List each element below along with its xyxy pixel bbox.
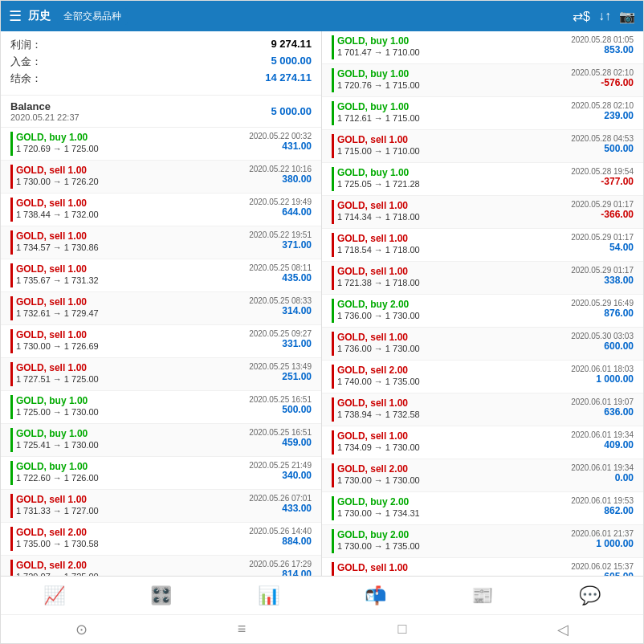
header-subtitle[interactable]: 全部交易品种 bbox=[57, 8, 128, 25]
menu-nav-icon[interactable]: ≡ bbox=[226, 621, 258, 638]
trade-price: 1 730.00 → 1 730.00 bbox=[337, 475, 571, 485]
trade-price: 1 701.47 → 1 710.00 bbox=[337, 47, 571, 57]
trade-symbol: GOLD, buy 1.00 bbox=[16, 428, 249, 439]
table-row[interactable]: GOLD, buy 1.001 725.41 → 1 730.002020.05… bbox=[1, 424, 321, 457]
table-row[interactable]: GOLD, sell 2.001 729.07 → 1 725.002020.0… bbox=[1, 556, 321, 576]
currency-sort-icon[interactable]: ⇄$ bbox=[573, 9, 590, 24]
trade-date: 2020.05.25 16:51 bbox=[249, 428, 312, 437]
chat-icon[interactable]: 💬 bbox=[573, 585, 605, 606]
table-row[interactable]: GOLD, buy 1.001 725.05 → 1 721.282020.05… bbox=[322, 163, 643, 196]
table-row[interactable]: GOLD, buy 1.001 701.47 → 1 710.002020.05… bbox=[322, 31, 643, 64]
table-row[interactable]: GOLD, sell 1.001 721.38 → 1 718.002020.0… bbox=[322, 262, 643, 295]
trade-date: 2020.05.28 01:05 bbox=[571, 35, 634, 44]
trade-symbol: GOLD, sell 1.00 bbox=[16, 296, 249, 308]
trade-date: 2020.06.02 15:37 bbox=[571, 562, 634, 571]
trade-price: 1 738.94 → 1 732.58 bbox=[337, 410, 571, 419]
trade-symbol: GOLD, sell 1.00 bbox=[337, 430, 571, 442]
table-row[interactable]: GOLD, sell 1.001 742.53 → 1 736.482020.0… bbox=[322, 558, 643, 576]
mail-icon[interactable]: 📬 bbox=[360, 585, 392, 606]
table-row[interactable]: GOLD, sell 1.001 718.54 → 1 718.002020.0… bbox=[322, 229, 643, 262]
trade-symbol: GOLD, sell 1.00 bbox=[337, 134, 571, 145]
right-trades-list[interactable]: GOLD, buy 1.001 701.47 → 1 710.002020.05… bbox=[322, 31, 643, 576]
trade-price: 1 736.00 → 1 730.00 bbox=[337, 344, 571, 353]
trade-symbol: GOLD, sell 1.00 bbox=[337, 397, 571, 409]
window-nav-icon[interactable]: □ bbox=[386, 621, 418, 638]
balance-total-label: 结余： bbox=[10, 71, 42, 86]
sort-icon[interactable]: ↓↑ bbox=[598, 9, 611, 23]
trade-symbol: GOLD, sell 1.00 bbox=[337, 332, 571, 343]
trade-profit: 814.00 bbox=[249, 569, 312, 576]
menu-icon[interactable]: ☰ bbox=[9, 7, 22, 25]
table-row[interactable]: GOLD, sell 1.001 734.09 → 1 730.002020.0… bbox=[322, 426, 643, 459]
table-row[interactable]: GOLD, buy 2.001 736.00 → 1 730.002020.05… bbox=[322, 295, 643, 328]
trade-date: 2020.05.25 13:49 bbox=[249, 362, 312, 371]
trade-profit: 433.00 bbox=[249, 503, 312, 514]
table-row[interactable]: GOLD, sell 1.001 727.51 → 1 725.002020.0… bbox=[1, 358, 321, 391]
table-row[interactable]: GOLD, buy 1.001 720.76 → 1 715.002020.05… bbox=[322, 64, 643, 97]
camera-icon[interactable]: 📷 bbox=[619, 9, 635, 24]
table-row[interactable]: GOLD, sell 1.001 738.44 → 1 732.002020.0… bbox=[1, 194, 321, 226]
table-row[interactable]: GOLD, sell 1.001 730.00 → 1 726.202020.0… bbox=[1, 161, 321, 194]
table-row[interactable]: GOLD, sell 1.001 734.57 → 1 730.862020.0… bbox=[1, 226, 321, 259]
deposit-label: 入金： bbox=[10, 55, 42, 69]
trade-date: 2020.05.25 08:33 bbox=[249, 296, 312, 305]
trade-symbol: GOLD, buy 1.00 bbox=[337, 101, 571, 112]
trade-date: 2020.05.28 02:10 bbox=[571, 68, 634, 77]
table-row[interactable]: GOLD, sell 1.001 715.00 → 1 710.002020.0… bbox=[322, 130, 643, 163]
bottom-toolbar: 📈 🎛️ 📊 📬 📰 💬 bbox=[1, 576, 643, 614]
table-row[interactable]: GOLD, buy 1.001 720.69 → 1 725.002020.05… bbox=[1, 128, 321, 161]
trade-date: 2020.05.29 16:49 bbox=[571, 299, 634, 308]
trade-price: 1 730.00 → 1 735.00 bbox=[337, 541, 571, 551]
chart-icon[interactable]: 📈 bbox=[39, 585, 71, 606]
table-row[interactable]: GOLD, sell 1.001 731.33 → 1 727.002020.0… bbox=[1, 490, 321, 523]
home-nav-icon[interactable]: ⊙ bbox=[65, 621, 97, 638]
back-nav-icon[interactable]: ◁ bbox=[547, 621, 579, 638]
trade-date: 2020.05.22 19:51 bbox=[249, 230, 312, 239]
table-row[interactable]: GOLD, buy 1.001 712.61 → 1 715.002020.05… bbox=[322, 97, 643, 130]
trade-price: 1 722.60 → 1 726.00 bbox=[16, 473, 249, 483]
trade-profit: 54.00 bbox=[571, 242, 634, 253]
trade-price: 1 714.34 → 1 718.00 bbox=[337, 212, 571, 222]
balance-date: 2020.05.21 22:37 bbox=[10, 112, 79, 122]
trade-symbol: GOLD, sell 1.00 bbox=[16, 230, 249, 242]
settings-icon[interactable]: 🎛️ bbox=[145, 585, 177, 606]
table-row[interactable]: GOLD, sell 2.001 730.00 → 1 730.002020.0… bbox=[322, 459, 643, 492]
table-row[interactable]: GOLD, sell 2.001 735.00 → 1 730.582020.0… bbox=[1, 523, 321, 556]
trade-price: 1 738.44 → 1 732.00 bbox=[16, 210, 249, 219]
left-trades-list[interactable]: GOLD, buy 1.001 720.69 → 1 725.002020.05… bbox=[1, 128, 321, 576]
analysis-icon[interactable]: 📊 bbox=[252, 585, 284, 606]
table-row[interactable]: GOLD, sell 1.001 732.61 → 1 729.472020.0… bbox=[1, 292, 321, 325]
trade-profit: 884.00 bbox=[249, 536, 312, 547]
trade-date: 2020.05.28 04:53 bbox=[571, 134, 634, 143]
trade-profit: -377.00 bbox=[571, 176, 634, 187]
table-row[interactable]: GOLD, sell 1.001 730.00 → 1 726.692020.0… bbox=[1, 325, 321, 358]
table-row[interactable]: GOLD, buy 1.001 725.00 → 1 730.002020.05… bbox=[1, 391, 321, 424]
table-row[interactable]: GOLD, sell 2.001 740.00 → 1 735.002020.0… bbox=[322, 361, 643, 393]
bottom-nav: ⊙ ≡ □ ◁ bbox=[1, 614, 643, 643]
table-row[interactable]: GOLD, sell 1.001 738.94 → 1 732.582020.0… bbox=[322, 393, 643, 426]
table-row[interactable]: GOLD, buy 1.001 722.60 → 1 726.002020.05… bbox=[1, 457, 321, 490]
table-row[interactable]: GOLD, buy 2.001 730.00 → 1 734.312020.06… bbox=[322, 492, 643, 525]
trade-symbol: GOLD, buy 1.00 bbox=[16, 461, 249, 472]
news-icon[interactable]: 📰 bbox=[467, 585, 499, 606]
table-row[interactable]: GOLD, sell 1.001 736.00 → 1 730.002020.0… bbox=[322, 328, 643, 361]
table-row[interactable]: GOLD, sell 1.001 714.34 → 1 718.002020.0… bbox=[322, 196, 643, 229]
trade-symbol: GOLD, sell 1.00 bbox=[16, 198, 249, 209]
table-row[interactable]: GOLD, sell 1.001 735.67 → 1 731.322020.0… bbox=[1, 259, 321, 292]
trade-symbol: GOLD, buy 1.00 bbox=[337, 167, 571, 178]
trade-profit: 853.00 bbox=[571, 44, 634, 55]
trade-profit: 239.00 bbox=[571, 110, 634, 121]
trade-price: 1 727.51 → 1 725.00 bbox=[16, 374, 249, 384]
trade-profit: -576.00 bbox=[571, 77, 634, 88]
trade-date: 2020.05.30 03:03 bbox=[571, 332, 634, 340]
trade-price: 1 730.00 → 1 726.20 bbox=[16, 177, 249, 186]
table-row[interactable]: GOLD, buy 2.001 730.00 → 1 735.002020.06… bbox=[322, 525, 643, 558]
header-title: 历史 bbox=[28, 9, 51, 23]
trade-date: 2020.06.01 19:34 bbox=[571, 463, 634, 472]
trade-date: 2020.05.29 01:17 bbox=[571, 233, 634, 242]
trade-profit: 500.00 bbox=[571, 143, 634, 154]
trade-price: 1 734.09 → 1 730.00 bbox=[337, 442, 571, 452]
trade-profit: 876.00 bbox=[571, 308, 634, 319]
trade-symbol: GOLD, buy 1.00 bbox=[337, 68, 571, 79]
header-icons: ⇄$ ↓↑ 📷 bbox=[573, 9, 635, 24]
